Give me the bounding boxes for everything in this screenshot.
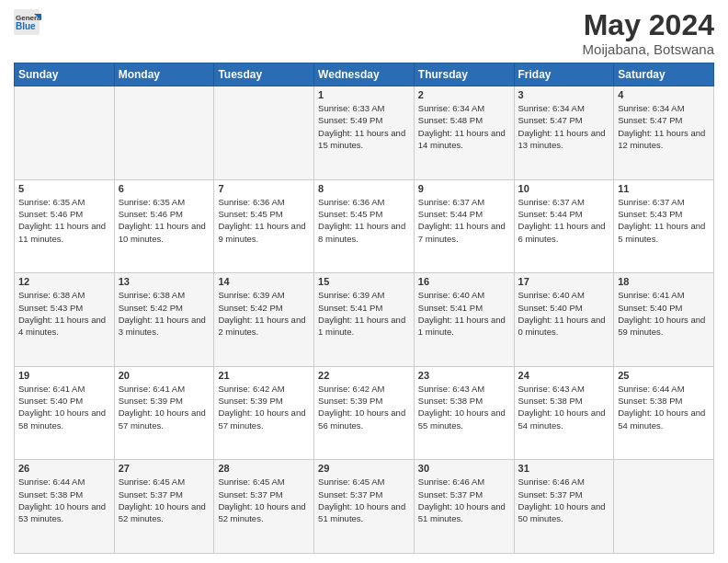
cell-info: Sunrise: 6:34 AMSunset: 5:47 PMDaylight:… — [518, 102, 610, 151]
calendar-cell: 7Sunrise: 6:36 AMSunset: 5:45 PMDaylight… — [214, 179, 314, 273]
calendar-day-header: Tuesday — [214, 63, 314, 86]
cell-info: Sunrise: 6:37 AMSunset: 5:44 PMDaylight:… — [518, 196, 610, 245]
day-number: 17 — [518, 276, 610, 287]
day-number: 13 — [119, 276, 210, 287]
cell-info: Sunrise: 6:35 AMSunset: 5:46 PMDaylight:… — [18, 196, 110, 245]
calendar-cell: 21Sunrise: 6:42 AMSunset: 5:39 PMDayligh… — [214, 366, 314, 460]
calendar-cell: 14Sunrise: 6:39 AMSunset: 5:42 PMDayligh… — [214, 273, 314, 367]
calendar-cell — [214, 86, 314, 180]
day-number: 28 — [218, 463, 310, 474]
calendar-cell: 18Sunrise: 6:41 AMSunset: 5:40 PMDayligh… — [614, 273, 714, 367]
cell-info: Sunrise: 6:46 AMSunset: 5:37 PMDaylight:… — [418, 476, 510, 524]
day-number: 29 — [318, 463, 410, 474]
day-number: 23 — [418, 370, 510, 381]
day-number: 15 — [318, 276, 410, 287]
day-number: 10 — [518, 183, 610, 194]
calendar-cell: 10Sunrise: 6:37 AMSunset: 5:44 PMDayligh… — [514, 179, 614, 273]
cell-info: Sunrise: 6:46 AMSunset: 5:37 PMDaylight:… — [518, 476, 610, 524]
calendar-cell — [15, 86, 115, 180]
day-number: 5 — [18, 183, 110, 194]
calendar-week-row: 12Sunrise: 6:38 AMSunset: 5:43 PMDayligh… — [15, 273, 714, 367]
calendar-cell: 24Sunrise: 6:43 AMSunset: 5:38 PMDayligh… — [514, 366, 614, 460]
day-number: 2 — [418, 89, 510, 100]
calendar-week-row: 5Sunrise: 6:35 AMSunset: 5:46 PMDaylight… — [15, 179, 714, 273]
calendar-cell: 12Sunrise: 6:38 AMSunset: 5:43 PMDayligh… — [15, 273, 115, 367]
page: General Blue May 2024 Moijabana, Botswan… — [0, 0, 728, 563]
cell-info: Sunrise: 6:44 AMSunset: 5:38 PMDaylight:… — [18, 476, 110, 524]
subtitle: Moijabana, Botswana — [583, 41, 714, 57]
calendar-cell: 9Sunrise: 6:37 AMSunset: 5:44 PMDaylight… — [414, 179, 514, 273]
day-number: 12 — [18, 276, 110, 287]
svg-text:Blue: Blue — [16, 21, 36, 31]
calendar-cell: 3Sunrise: 6:34 AMSunset: 5:47 PMDaylight… — [514, 86, 614, 180]
cell-info: Sunrise: 6:38 AMSunset: 5:42 PMDaylight:… — [119, 289, 210, 338]
calendar-cell: 28Sunrise: 6:45 AMSunset: 5:37 PMDayligh… — [214, 460, 314, 554]
calendar-cell: 20Sunrise: 6:41 AMSunset: 5:39 PMDayligh… — [114, 366, 214, 460]
calendar-cell: 25Sunrise: 6:44 AMSunset: 5:38 PMDayligh… — [614, 366, 714, 460]
day-number: 26 — [18, 463, 110, 474]
calendar-day-header: Saturday — [614, 63, 714, 86]
day-number: 8 — [318, 183, 410, 194]
cell-info: Sunrise: 6:39 AMSunset: 5:42 PMDaylight:… — [218, 289, 310, 338]
calendar-cell: 31Sunrise: 6:46 AMSunset: 5:37 PMDayligh… — [514, 460, 614, 554]
logo-icon: General Blue — [14, 9, 41, 35]
cell-info: Sunrise: 6:36 AMSunset: 5:45 PMDaylight:… — [318, 196, 410, 245]
calendar-cell: 8Sunrise: 6:36 AMSunset: 5:45 PMDaylight… — [314, 179, 415, 273]
day-number: 21 — [218, 370, 310, 381]
calendar-week-row: 1Sunrise: 6:33 AMSunset: 5:49 PMDaylight… — [15, 86, 714, 180]
calendar-cell: 27Sunrise: 6:45 AMSunset: 5:37 PMDayligh… — [114, 460, 214, 554]
calendar-cell: 2Sunrise: 6:34 AMSunset: 5:48 PMDaylight… — [414, 86, 514, 180]
cell-info: Sunrise: 6:42 AMSunset: 5:39 PMDaylight:… — [318, 383, 410, 431]
cell-info: Sunrise: 6:44 AMSunset: 5:38 PMDaylight:… — [618, 383, 710, 431]
calendar-cell: 22Sunrise: 6:42 AMSunset: 5:39 PMDayligh… — [314, 366, 415, 460]
calendar-day-header: Sunday — [15, 63, 115, 86]
calendar-cell: 5Sunrise: 6:35 AMSunset: 5:46 PMDaylight… — [15, 179, 115, 273]
day-number: 25 — [618, 370, 710, 381]
calendar-cell — [614, 460, 714, 554]
calendar-cell: 11Sunrise: 6:37 AMSunset: 5:43 PMDayligh… — [614, 179, 714, 273]
main-title: May 2024 — [583, 9, 714, 41]
day-number: 20 — [119, 370, 210, 381]
day-number: 14 — [218, 276, 310, 287]
cell-info: Sunrise: 6:41 AMSunset: 5:40 PMDaylight:… — [618, 289, 710, 338]
cell-info: Sunrise: 6:43 AMSunset: 5:38 PMDaylight:… — [418, 383, 510, 431]
cell-info: Sunrise: 6:33 AMSunset: 5:49 PMDaylight:… — [318, 102, 410, 151]
cell-info: Sunrise: 6:42 AMSunset: 5:39 PMDaylight:… — [218, 383, 310, 431]
cell-info: Sunrise: 6:40 AMSunset: 5:40 PMDaylight:… — [518, 289, 610, 338]
calendar-day-header: Friday — [514, 63, 614, 86]
cell-info: Sunrise: 6:45 AMSunset: 5:37 PMDaylight:… — [119, 476, 210, 524]
cell-info: Sunrise: 6:36 AMSunset: 5:45 PMDaylight:… — [218, 196, 310, 245]
day-number: 24 — [518, 370, 610, 381]
day-number: 16 — [418, 276, 510, 287]
cell-info: Sunrise: 6:45 AMSunset: 5:37 PMDaylight:… — [318, 476, 410, 524]
calendar-cell: 16Sunrise: 6:40 AMSunset: 5:41 PMDayligh… — [414, 273, 514, 367]
cell-info: Sunrise: 6:45 AMSunset: 5:37 PMDaylight:… — [218, 476, 310, 524]
calendar-week-row: 26Sunrise: 6:44 AMSunset: 5:38 PMDayligh… — [15, 460, 714, 554]
cell-info: Sunrise: 6:34 AMSunset: 5:48 PMDaylight:… — [418, 102, 510, 151]
calendar-day-header: Monday — [114, 63, 214, 86]
day-number: 18 — [618, 276, 710, 287]
day-number: 19 — [18, 370, 110, 381]
day-number: 11 — [618, 183, 710, 194]
logo: General Blue — [14, 9, 41, 35]
day-number: 31 — [518, 463, 610, 474]
cell-info: Sunrise: 6:37 AMSunset: 5:43 PMDaylight:… — [618, 196, 710, 245]
day-number: 22 — [318, 370, 410, 381]
cell-info: Sunrise: 6:41 AMSunset: 5:40 PMDaylight:… — [18, 383, 110, 431]
calendar-cell: 6Sunrise: 6:35 AMSunset: 5:46 PMDaylight… — [114, 179, 214, 273]
calendar-day-header: Thursday — [414, 63, 514, 86]
calendar-cell: 15Sunrise: 6:39 AMSunset: 5:41 PMDayligh… — [314, 273, 415, 367]
title-area: May 2024 Moijabana, Botswana — [583, 9, 714, 57]
calendar-week-row: 19Sunrise: 6:41 AMSunset: 5:40 PMDayligh… — [15, 366, 714, 460]
day-number: 1 — [318, 89, 410, 100]
calendar-cell: 19Sunrise: 6:41 AMSunset: 5:40 PMDayligh… — [15, 366, 115, 460]
cell-info: Sunrise: 6:34 AMSunset: 5:47 PMDaylight:… — [618, 102, 710, 151]
day-number: 7 — [218, 183, 310, 194]
calendar-cell: 29Sunrise: 6:45 AMSunset: 5:37 PMDayligh… — [314, 460, 415, 554]
cell-info: Sunrise: 6:41 AMSunset: 5:39 PMDaylight:… — [119, 383, 210, 431]
calendar-cell: 1Sunrise: 6:33 AMSunset: 5:49 PMDaylight… — [314, 86, 415, 180]
calendar-cell: 23Sunrise: 6:43 AMSunset: 5:38 PMDayligh… — [414, 366, 514, 460]
calendar-cell: 17Sunrise: 6:40 AMSunset: 5:40 PMDayligh… — [514, 273, 614, 367]
cell-info: Sunrise: 6:43 AMSunset: 5:38 PMDaylight:… — [518, 383, 610, 431]
cell-info: Sunrise: 6:38 AMSunset: 5:43 PMDaylight:… — [18, 289, 110, 338]
